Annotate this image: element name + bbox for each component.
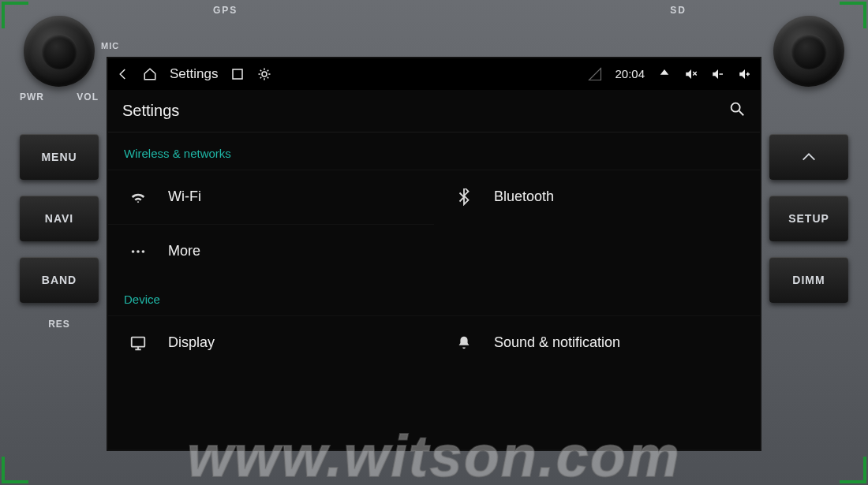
recents-icon[interactable] [230,67,245,81]
bluetooth-icon [455,188,473,207]
settings-header-title: Settings [122,102,179,120]
more-icon [129,242,148,261]
setup-button[interactable]: SETUP [769,196,848,241]
sd-slot-label: SD [670,5,687,16]
crop-corner-br [840,457,866,483]
vol-down-icon[interactable] [711,67,725,81]
settings-header: Settings [108,90,760,132]
device-bezel: GPS SD MIC PWR VOL MENU NAVI BAND RES Se… [0,0,868,485]
android-statusbar: Settings 20:04 [108,58,760,90]
category-device: Device [108,278,760,315]
svg-rect-4 [720,73,724,75]
sound-item[interactable]: Sound & notification [434,315,760,370]
display-icon [129,334,148,353]
sound-label: Sound & notification [494,334,620,351]
volume-knob[interactable] [24,16,95,87]
more-label: More [168,243,200,259]
wifi-icon [129,188,148,207]
right-physical-panel: .. SETUP DIMM [761,0,856,485]
crop-corner-tl [2,2,28,28]
mute-icon[interactable] [684,67,698,81]
wifi-label: Wi-Fi [168,188,201,205]
bluetooth-item[interactable]: Bluetooth [434,170,760,224]
svg-rect-6 [747,72,749,76]
statusbar-title: Settings [170,66,218,82]
eject-icon[interactable] [657,67,672,81]
statusbar-time: 20:04 [615,67,645,80]
home-icon[interactable] [143,67,157,81]
svg-line-8 [739,110,744,115]
knob-labels-left: PWR VOL [12,91,107,103]
search-icon[interactable] [728,100,746,121]
tune-knob[interactable] [773,16,844,87]
wifi-item[interactable]: Wi-Fi [108,170,434,224]
up-button[interactable] [769,134,848,180]
vol-up-icon[interactable] [738,67,752,81]
left-physical-panel: PWR VOL MENU NAVI BAND RES [12,0,107,485]
band-button[interactable]: BAND [20,257,99,303]
pwr-label: PWR [20,91,44,103]
category-wireless: Wireless & networks [108,132,760,170]
crop-corner-tr [840,2,866,28]
bell-icon [455,334,473,353]
crop-corner-bl [2,457,28,483]
svg-point-1 [262,72,267,76]
svg-rect-12 [132,337,145,346]
gps-slot-label: GPS [213,5,238,16]
svg-point-9 [132,250,135,253]
svg-point-10 [137,250,140,253]
display-label: Display [168,334,215,351]
menu-button[interactable]: MENU [20,134,99,180]
svg-point-11 [142,250,145,253]
screen: Settings 20:04 Settings Wireless & netwo… [107,57,761,451]
dimm-button[interactable]: DIMM [769,257,848,303]
light-icon[interactable] [257,67,271,81]
navi-button[interactable]: NAVI [20,196,99,241]
display-item[interactable]: Display [108,315,434,370]
settings-content: Wireless & networks Wi-Fi Bluetooth More [108,132,760,450]
res-label: RES [48,319,70,330]
back-icon[interactable] [116,67,130,81]
more-item[interactable]: More [108,224,434,278]
svg-rect-0 [233,69,242,79]
vol-label: VOL [77,91,99,103]
svg-point-7 [731,103,740,111]
signal-off-icon [588,67,602,81]
bluetooth-label: Bluetooth [494,188,554,205]
